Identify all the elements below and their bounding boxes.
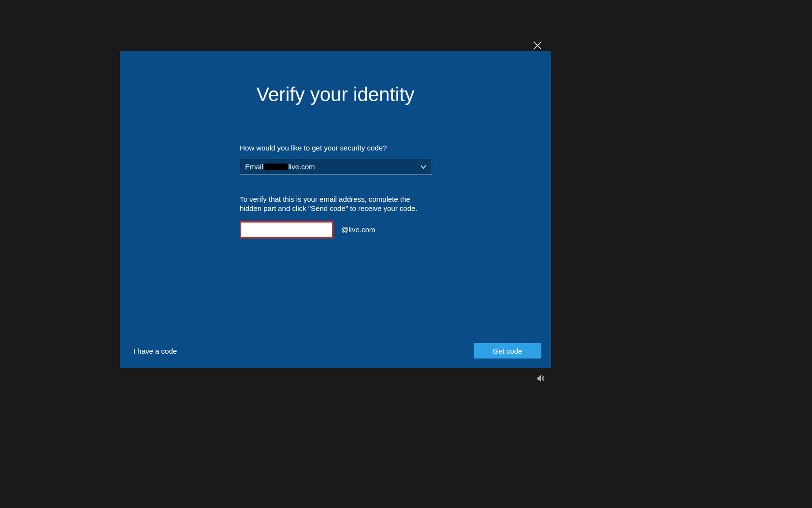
ease-of-access-button[interactable] [124,374,132,383]
volume-icon [536,376,545,384]
email-domain-suffix: @live.com [341,225,375,234]
method-suffix: live.com [289,163,315,171]
redacted-email-part [264,164,288,170]
get-code-button[interactable]: Get code [474,343,541,359]
volume-button[interactable] [536,374,545,383]
verify-identity-dialog: Verify your identity How would you like … [120,51,551,368]
have-code-link[interactable]: I have a code [133,347,177,355]
dialog-bottom-bar: I have a code Get code [133,343,541,359]
footer-icons-left [124,374,153,383]
input-method-button[interactable] [144,374,153,383]
security-code-prompt: How would you like to get your security … [240,144,432,152]
method-prefix: Email [245,163,263,171]
verification-method-selected: Email live.com [245,163,315,171]
svg-marker-4 [537,375,541,382]
verification-method-dropdown[interactable]: Email live.com [240,159,432,175]
verification-instruction: To verify that this is your email addres… [240,195,432,213]
dialog-title: Verify your identity [120,84,551,105]
close-icon [533,41,542,52]
dialog-content: How would you like to get your security … [240,144,432,239]
email-field[interactable] [241,223,332,237]
email-input-row: @live.com [240,221,432,239]
email-input-highlight [240,221,334,239]
chevron-down-icon [420,164,427,170]
